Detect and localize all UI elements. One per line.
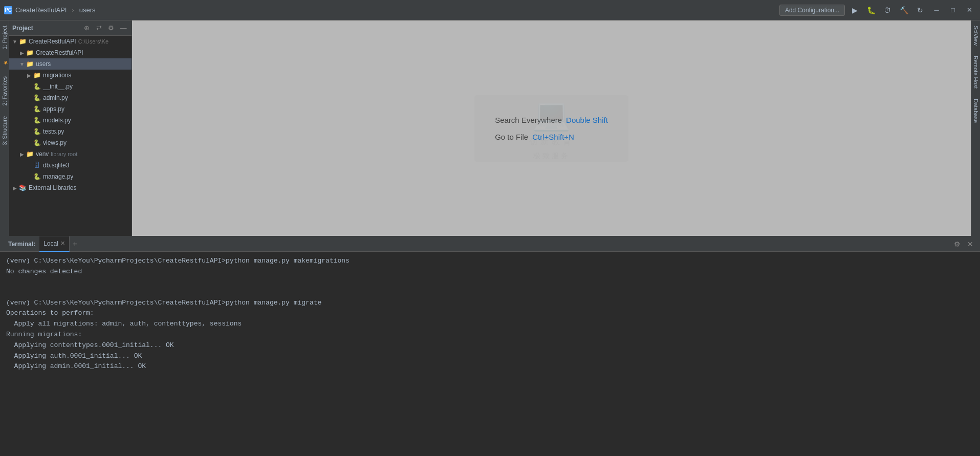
project-icon-btn-2[interactable]: ⇄ — [94, 23, 104, 33]
tree-item-admin[interactable]: 🐍 admin.py — [9, 92, 132, 103]
terminal-tab-local[interactable]: Local ✕ — [39, 236, 70, 252]
terminal-tab-local-label: Local — [43, 240, 58, 247]
run-button[interactable]: ▶ — [848, 4, 861, 17]
update-button[interactable]: ↻ — [913, 4, 927, 17]
py-icon-views: 🐍 — [33, 139, 41, 147]
term-line-1: (venv) C:\Users\KeYou\PycharmProjects\Cr… — [6, 256, 974, 267]
term-line-10: Applying auth.0001_initial... OK — [6, 351, 974, 362]
debug-button[interactable]: 🐛 — [864, 4, 878, 17]
tree-item-tests[interactable]: 🐍 tests.py — [9, 126, 132, 137]
terminal-settings-icon[interactable]: ⚙ — [951, 238, 963, 250]
app-icon: PC — [4, 6, 12, 14]
tree-item-views[interactable]: 🐍 views.py — [9, 137, 132, 148]
project-panel: Project ⊕ ⇄ ⚙ — ▼ 📁 CreateRestfulAPI C:\… — [9, 20, 132, 236]
arrow-views — [26, 139, 33, 146]
folder-icon-migrations: 📁 — [33, 71, 41, 79]
folder-name: users — [79, 6, 96, 14]
term-line-6: Operations to perform: — [6, 308, 974, 319]
right-tab-database[interactable]: Database — [971, 94, 980, 128]
hint-row-2: Go to File Ctrl+Shift+N — [495, 133, 574, 141]
tree-item-venv[interactable]: ▶ 📁 venv library root — [9, 148, 132, 160]
bottom-panel: Terminal: Local ✕ + ⚙ ✕ (venv) C:\Users\… — [0, 236, 980, 456]
right-tab-remote-host[interactable]: Remote Host — [971, 51, 980, 94]
project-icon-btn-3[interactable]: ⚙ — [106, 23, 116, 33]
name-models: models.py — [43, 117, 71, 124]
term-line-11: Applying admin.0001_initial... OK — [6, 361, 974, 372]
project-icon-btn-4[interactable]: — — [118, 23, 128, 33]
arrow-db — [26, 162, 33, 169]
db-icon-sqlite: 🗄 — [33, 161, 41, 169]
outer-left-panel: 1: Project ★ 2: Favorites 3: Structure — [0, 20, 9, 236]
tree-item-models[interactable]: 🐍 models.py — [9, 115, 132, 126]
project-icon-btn-1[interactable]: ⊕ — [81, 23, 92, 33]
term-line-5: (venv) C:\Users\KeYou\PycharmProjects\Cr… — [6, 298, 974, 309]
name-init: __init__.py — [43, 83, 73, 90]
hint2-label: Go to File — [495, 133, 528, 141]
tree-item-db[interactable]: 🗄 db.sqlite3 — [9, 160, 132, 171]
name-apps: apps.py — [43, 105, 64, 113]
terminal-tab-local-close[interactable]: ✕ — [60, 240, 65, 247]
tree-item-init[interactable]: 🐍 __init__.py — [9, 81, 132, 92]
close-button[interactable]: ✕ — [963, 4, 976, 17]
terminal-label: Terminal: — [4, 241, 39, 248]
right-tab-sciview[interactable]: SciView — [971, 20, 980, 51]
tree-item-apps[interactable]: 🐍 apps.py — [9, 103, 132, 115]
breadcrumb-sep: › — [72, 6, 74, 14]
term-line-8: Running migrations: — [6, 330, 974, 340]
py-icon-init: 🐍 — [33, 82, 41, 91]
folder-icon-users: 📁 — [26, 60, 34, 68]
tree-item-external[interactable]: ▶ 📚 External Libraries — [9, 182, 132, 193]
name-migrations: migrations — [43, 72, 71, 79]
name-db: db.sqlite3 — [43, 162, 69, 169]
root-arrow: ▼ — [11, 38, 18, 45]
tree-item-createrestfulapi[interactable]: ▶ 📁 CreateRestfulAPI — [9, 47, 132, 58]
terminal-output: (venv) C:\Users\KeYou\PycharmProjects\Cr… — [0, 252, 980, 456]
hint-row-1: Search Everywhere Double Shift — [495, 116, 608, 124]
folder-icon-createrestfulapi: 📁 — [26, 49, 34, 57]
add-configuration-button[interactable]: Add Configuration... — [779, 5, 845, 16]
arrow-apps — [26, 105, 33, 113]
arrow-tests — [26, 128, 33, 135]
editor-hints: Search Everywhere Double Shift Go to Fil… — [474, 95, 628, 162]
maximize-button[interactable]: □ — [946, 4, 960, 17]
arrow-createrestfulapi: ▶ — [18, 49, 26, 56]
arrow-admin — [26, 94, 33, 101]
minimize-button[interactable]: ─ — [930, 4, 943, 17]
profile-button[interactable]: ⏱ — [881, 4, 894, 17]
bottom-right-icons: ⚙ ✕ — [951, 238, 976, 250]
title-right: Add Configuration... ▶ 🐛 ⏱ 🔨 ↻ ─ □ ✕ — [779, 4, 976, 17]
py-icon-tests: 🐍 — [33, 127, 41, 136]
tree-root[interactable]: ▼ 📁 CreateRestfulAPI C:\Users\Ke — [9, 36, 132, 47]
arrow-manage — [26, 173, 33, 180]
build-button[interactable]: 🔨 — [897, 4, 910, 17]
sidebar-tab-project[interactable]: 1: Project — [0, 20, 9, 54]
hint1-label: Search Everywhere — [495, 116, 562, 124]
term-line-7: Apply all migrations: admin, auth, conte… — [6, 319, 974, 330]
term-line-3 — [6, 277, 974, 288]
hint2-shortcut: Ctrl+Shift+N — [532, 133, 574, 141]
library-root-label: library root — [51, 151, 77, 157]
tree-item-manage[interactable]: 🐍 manage.py — [9, 171, 132, 182]
sidebar-tab-favorites[interactable]: ★ — [0, 54, 9, 71]
term-line-4 — [6, 288, 974, 298]
sidebar-tab-structure2[interactable]: 3: Structure — [0, 111, 9, 150]
title-bar: PC CreateRestfulAPI › users Add Configur… — [0, 0, 980, 20]
terminal-tab-add[interactable]: + — [70, 240, 80, 249]
name-createrestfulapi: CreateRestfulAPI — [36, 49, 83, 56]
root-name: CreateRestfulAPI — [29, 38, 76, 45]
sidebar-tab-structure[interactable]: 2: Favorites — [0, 71, 9, 111]
bottom-toolbar: Terminal: Local ✕ + ⚙ ✕ — [0, 236, 980, 252]
icon-external: 📚 — [18, 184, 27, 192]
arrow-users: ▼ — [18, 60, 26, 68]
name-views: views.py — [43, 139, 67, 146]
root-folder-icon: 📁 — [18, 37, 27, 46]
terminal-close-icon[interactable]: ✕ — [965, 238, 976, 250]
arrow-models — [26, 117, 33, 124]
tree-item-users[interactable]: ▼ 📁 users — [9, 58, 132, 70]
hint1-shortcut: Double Shift — [566, 116, 608, 124]
py-icon-admin: 🐍 — [33, 94, 41, 102]
tree-item-migrations[interactable]: ▶ 📁 migrations — [9, 70, 132, 81]
arrow-venv: ▶ — [18, 150, 26, 158]
right-side-panel: SciView Remote Host Database — [971, 20, 980, 236]
term-line-2: No changes detected — [6, 267, 974, 277]
